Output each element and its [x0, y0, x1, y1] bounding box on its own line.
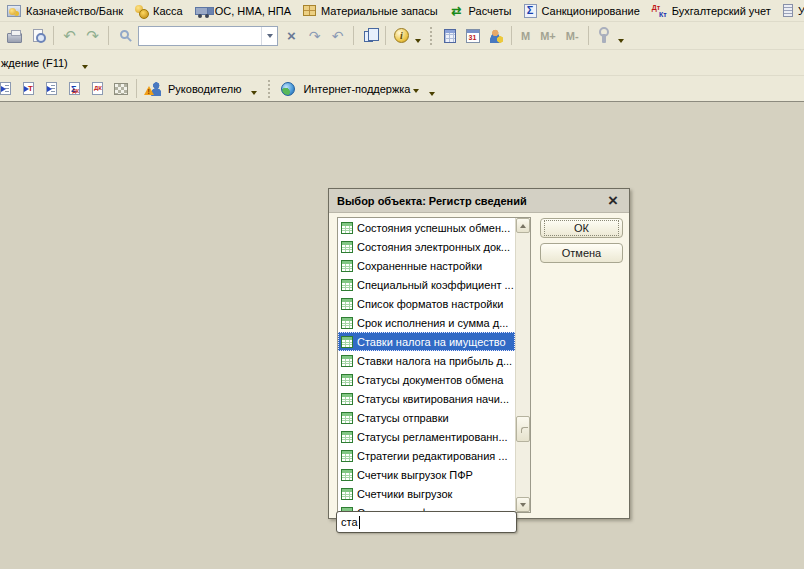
- support-panel: ждение (F11): [0, 50, 804, 76]
- print-preview-icon[interactable]: [26, 24, 49, 47]
- memory-minus-button[interactable]: M-: [561, 30, 584, 42]
- forward-icon[interactable]: [81, 24, 104, 47]
- information-register-icon: [341, 393, 353, 405]
- list-item[interactable]: Состояния электронных док...: [338, 237, 515, 256]
- menubar-item[interactable]: Касса: [132, 3, 190, 19]
- find-next-icon[interactable]: [303, 24, 326, 47]
- chevron-down-icon[interactable]: [413, 89, 419, 93]
- toolbar-separator: [511, 26, 512, 45]
- chevron-down-icon[interactable]: [415, 39, 421, 43]
- chevron-down-icon[interactable]: [82, 65, 88, 69]
- ok-button[interactable]: ОК: [540, 218, 623, 238]
- fixed-assets-icon: [195, 7, 210, 15]
- toolbar-separator: [353, 26, 354, 45]
- scroll-up-icon[interactable]: [516, 218, 530, 233]
- menubar-item[interactable]: Санкционирование: [521, 2, 647, 20]
- information-register-icon: [341, 355, 353, 367]
- information-register-icon: [341, 450, 353, 462]
- user-permissions-icon[interactable]: [484, 24, 507, 47]
- accounting-icon: [652, 4, 667, 18]
- chevron-down-icon[interactable]: [429, 92, 435, 96]
- calculator-icon[interactable]: [438, 24, 461, 47]
- scroll-down-icon[interactable]: [516, 497, 530, 512]
- cancel-button[interactable]: Отмена: [540, 243, 623, 263]
- scrollbar-thumb[interactable]: [516, 416, 530, 442]
- toolbar-grip[interactable]: [268, 80, 271, 98]
- search-input[interactable]: [139, 27, 261, 45]
- clipboard-copy-icon[interactable]: [358, 24, 381, 47]
- chevron-down-icon[interactable]: [261, 27, 277, 45]
- menubar-item[interactable]: ОС, НМА, НПА: [192, 3, 298, 19]
- list-item-label: Срок исполнения и сумма д...: [357, 317, 508, 329]
- list-item[interactable]: Ставки налога на имущество: [338, 332, 515, 351]
- list-scrollbar[interactable]: [515, 218, 530, 512]
- list-item[interactable]: Статусы отправки: [338, 408, 515, 427]
- list-item[interactable]: Специальный коэффициент ...: [338, 275, 515, 294]
- menubar-item-label: Бухгалтерский учет: [672, 5, 771, 17]
- calendar-icon[interactable]: 31: [461, 24, 484, 47]
- information-register-icon: [341, 374, 353, 386]
- cancel-button-label: Отмена: [562, 247, 601, 259]
- clear-search-icon[interactable]: [280, 24, 303, 47]
- register-listbox[interactable]: Состояния успешных обмен... Состояния эл…: [337, 217, 531, 513]
- toolbar-separator: [588, 26, 589, 45]
- standard-toolbar: 31 M M+ M-: [0, 22, 804, 50]
- toolbar-grip[interactable]: [430, 27, 433, 45]
- quick-search-input[interactable]: ста: [336, 511, 517, 533]
- menubar-item[interactable]: Учрежд: [780, 2, 804, 19]
- list-item[interactable]: Стратегии редактирования ...: [338, 446, 515, 465]
- list-item[interactable]: Статусы квитирования начи...: [338, 389, 515, 408]
- print-icon[interactable]: [3, 24, 26, 47]
- menubar-item[interactable]: Бухгалтерский учет: [649, 2, 778, 20]
- search-combobox[interactable]: [138, 26, 278, 46]
- back-icon[interactable]: [58, 24, 81, 47]
- close-icon[interactable]: [605, 193, 621, 209]
- dialog-titlebar[interactable]: Выбор объекта: Регистр сведений: [329, 189, 629, 213]
- information-register-icon: [341, 336, 353, 348]
- internet-globe-icon[interactable]: [276, 77, 299, 100]
- list-item[interactable]: Статусы регламентированн...: [338, 427, 515, 446]
- menubar-item[interactable]: Расчеты: [447, 2, 519, 20]
- find-prev-icon[interactable]: [326, 24, 349, 47]
- journal-report-icon[interactable]: [0, 77, 17, 100]
- list-item[interactable]: Счетчики выгрузок: [338, 484, 515, 503]
- manager-icon[interactable]: [141, 77, 164, 100]
- information-register-icon: [341, 488, 353, 500]
- memory-recall-button[interactable]: M: [516, 30, 535, 42]
- support-button[interactable]: ждение (F11): [1, 57, 68, 69]
- list-item-label: Сохраненные настройки: [357, 260, 482, 272]
- doc-sigma-icon[interactable]: [63, 77, 86, 100]
- list-item[interactable]: Сохраненные настройки: [338, 256, 515, 275]
- chevron-down-icon[interactable]: [618, 39, 624, 43]
- menubar-item[interactable]: Материальные запасы: [300, 3, 445, 19]
- chevron-down-icon[interactable]: [251, 91, 257, 95]
- internet-support-button[interactable]: Интернет-поддержка: [303, 83, 410, 95]
- search-icon[interactable]: [113, 24, 136, 47]
- list-item[interactable]: Ставки налога на прибыль д...: [338, 351, 515, 370]
- list-item-label: Статусы квитирования начи...: [357, 393, 509, 405]
- doc-posting-lines-icon[interactable]: [40, 77, 63, 100]
- toolbar-separator: [108, 26, 109, 45]
- menubar-item-label: ОС, НМА, НПА: [215, 5, 291, 17]
- information-register-icon: [341, 279, 353, 291]
- menubar-item[interactable]: Казначейство/Банк: [4, 3, 130, 19]
- list-item[interactable]: Срок исполнения и сумма д...: [338, 313, 515, 332]
- list-item[interactable]: Состояния успешных обмен...: [338, 218, 515, 237]
- list-item-label: Счетчики выгрузок: [357, 488, 452, 500]
- list-item[interactable]: Счетчик выгрузок ПФР: [338, 465, 515, 484]
- doc-posting-t-icon[interactable]: [17, 77, 40, 100]
- list-item[interactable]: Список форматов настройки: [338, 294, 515, 313]
- manager-button[interactable]: Руководителю: [168, 83, 241, 95]
- top-toolbars: Казначейство/Банк Касса ОС, НМА, НПА Мат…: [0, 0, 804, 102]
- information-register-icon: [341, 431, 353, 443]
- quick-actions-toolbar: Руководителю Интернет-поддержка: [0, 76, 804, 102]
- service-key-icon[interactable]: [593, 24, 616, 47]
- doc-dk-icon[interactable]: [86, 77, 109, 100]
- list-item-label: Список форматов настройки: [357, 298, 503, 310]
- settlements-icon: [450, 4, 464, 18]
- cash-icon: [135, 5, 148, 17]
- memory-plus-button[interactable]: M+: [535, 30, 561, 42]
- list-item[interactable]: Статусы документов обмена: [338, 370, 515, 389]
- report-checker-icon[interactable]: [109, 77, 132, 100]
- info-icon[interactable]: [390, 24, 413, 47]
